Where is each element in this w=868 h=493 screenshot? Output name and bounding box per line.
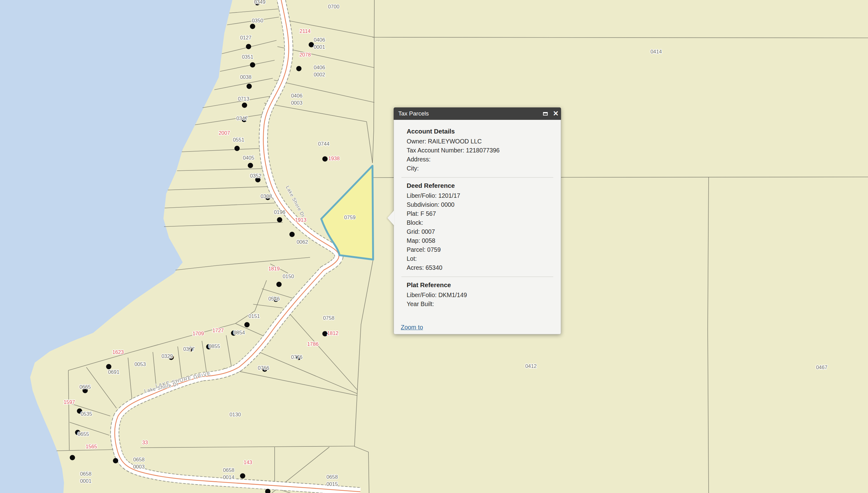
parcel-number-label: 0003 <box>133 464 145 469</box>
parcel-number-label: 0196 <box>274 209 286 215</box>
close-button[interactable]: ✕ <box>551 107 561 120</box>
parcel-number-label: 0349 <box>254 0 266 5</box>
parcel-number-label: 0150 <box>283 274 294 279</box>
parcel-number-label: 0127 <box>240 35 252 40</box>
parcel-number-label: 0744 <box>318 141 330 147</box>
structure-dot <box>309 42 314 47</box>
address-number-label: 1597 <box>64 399 75 405</box>
section-lines: Liber/Folio: 1201/17Subdivision: 0000Pla… <box>401 191 554 272</box>
tax-parcels-popup: Tax Parcels ✕ Account Details Owner: RAI… <box>394 107 561 334</box>
parcel-number-label: 0406 <box>314 37 325 43</box>
structure-dot <box>106 364 111 369</box>
section-lines: Liber/Folio: DKM1/149Year Built: <box>401 291 554 308</box>
detail-line: Grid: 0007 <box>407 227 554 236</box>
address-number-label: 1812 <box>327 330 338 336</box>
parcel-number-label: 0405 <box>243 155 254 160</box>
parcel-number-label: 0412 <box>525 363 537 369</box>
parcel-number-label: 0053 <box>135 361 146 367</box>
parcel-number-label: 0700 <box>328 4 339 9</box>
parcel-number-label: 0352 <box>250 173 262 178</box>
parcel-number-label: 0713 <box>238 96 249 102</box>
parcel-number-label: 0406 <box>314 65 325 70</box>
structure-dot <box>234 146 240 151</box>
address-number-label: 1913 <box>295 217 307 222</box>
address-number-label: 1623 <box>112 349 124 355</box>
address-number-label: 1819 <box>268 266 280 271</box>
parcel-number-label: 0855 <box>209 343 220 349</box>
parcel-number-label: 0130 <box>230 412 241 417</box>
close-icon: ✕ <box>553 110 559 117</box>
structure-dot <box>276 282 282 287</box>
popup-pointer <box>387 210 394 226</box>
address-number-label: 2007 <box>219 130 230 136</box>
detail-line: Owner: RAILEYWOOD LLC <box>407 137 554 146</box>
parcel-number-label: 0535 <box>81 411 92 416</box>
parcel-number-label: 0854 <box>234 330 245 335</box>
structure-dot <box>113 458 118 464</box>
parcel-number-label: 0759 <box>344 215 356 220</box>
address-number-label: 1727 <box>212 327 224 333</box>
structure-dot <box>247 84 252 89</box>
parcel-number-label: 0002 <box>314 72 325 77</box>
structure-dot <box>323 156 328 162</box>
address-number-label: 143 <box>244 459 252 465</box>
account-details-section: Account Details Owner: RAILEYWOOD LLCTax… <box>401 125 554 173</box>
section-lines: Owner: RAILEYWOOD LLCTax Account Number:… <box>401 137 554 173</box>
structure-dot <box>250 62 255 68</box>
parcel-number-label: 0003 <box>291 100 303 106</box>
parcel-number-label: 0001 <box>314 44 325 50</box>
parcel-number-label: 0658 <box>223 467 234 473</box>
deed-reference-section: Deed Reference Liber/Folio: 1201/17Subdi… <box>401 179 554 272</box>
parcel-number-label: 0658 <box>327 474 338 480</box>
maximize-button[interactable] <box>540 107 551 120</box>
detail-line: Liber/Folio: DKM1/149 <box>407 291 554 300</box>
structure-dot <box>277 217 283 222</box>
structure-dot <box>248 163 253 168</box>
parcel-number-label: 0406 <box>291 93 303 99</box>
parcel-number-label: 0014 <box>223 474 234 480</box>
parcel-number-label: 0658 <box>133 457 145 462</box>
zoom-to-link[interactable]: Zoom to <box>401 324 423 331</box>
detail-line: City: <box>407 164 554 173</box>
address-number-label: 1565 <box>86 444 97 449</box>
parcel-number-label: 0377 <box>183 346 195 352</box>
section-heading: Deed Reference <box>407 182 554 189</box>
maximize-icon <box>543 112 548 115</box>
detail-line: Parcel: 0759 <box>407 245 554 254</box>
structure-dot <box>240 473 245 479</box>
address-number-label: 1709 <box>193 330 204 336</box>
detail-line: Plat: F 567 <box>407 209 554 218</box>
detail-line: Subdivision: 0000 <box>407 200 554 209</box>
popup-titlebar[interactable]: Tax Parcels ✕ <box>394 107 561 120</box>
address-number-label: 1938 <box>328 155 340 161</box>
parcel-number-label: 0015 <box>327 481 338 487</box>
detail-line: Map: 0058 <box>407 236 554 245</box>
detail-line: Address: <box>407 155 554 164</box>
parcel-number-label: 0776 <box>291 354 303 360</box>
parcel-number-label: 0414 <box>650 49 662 54</box>
parcel-number-label: 0308 <box>261 193 272 199</box>
parcel-number-label: 0551 <box>233 137 245 143</box>
parcel-number-label: 0350 <box>252 18 264 23</box>
parcel-number-label: 0038 <box>240 74 252 80</box>
detail-line: Year Built: <box>407 300 554 308</box>
detail-line: Liber/Folio: 1201/17 <box>407 191 554 200</box>
address-number-label: 2114 <box>299 28 310 34</box>
parcel-number-label: 0347 <box>236 115 248 121</box>
popup-title: Tax Parcels <box>394 110 540 117</box>
structure-dot <box>290 232 295 237</box>
parcel-number-label: 0655 <box>78 431 89 437</box>
parcel-number-label: 0758 <box>323 315 335 321</box>
parcel-number-label: 0546 <box>268 296 280 301</box>
detail-line: Tax Account Number: 1218077396 <box>407 146 554 155</box>
parcel-number-label: 0658 <box>80 471 92 476</box>
structure-dot <box>242 103 247 108</box>
parcel-number-label: 0351 <box>242 54 253 60</box>
structure-dot <box>250 24 255 29</box>
detail-line: Lot: <box>407 254 554 263</box>
address-number-label: 33 <box>142 440 148 445</box>
popup-body: Account Details Owner: RAILEYWOOD LLCTax… <box>394 120 561 334</box>
parcel-number-label: 0467 <box>816 364 828 370</box>
detail-line: Block: <box>407 218 554 227</box>
section-heading: Plat Reference <box>407 281 554 289</box>
